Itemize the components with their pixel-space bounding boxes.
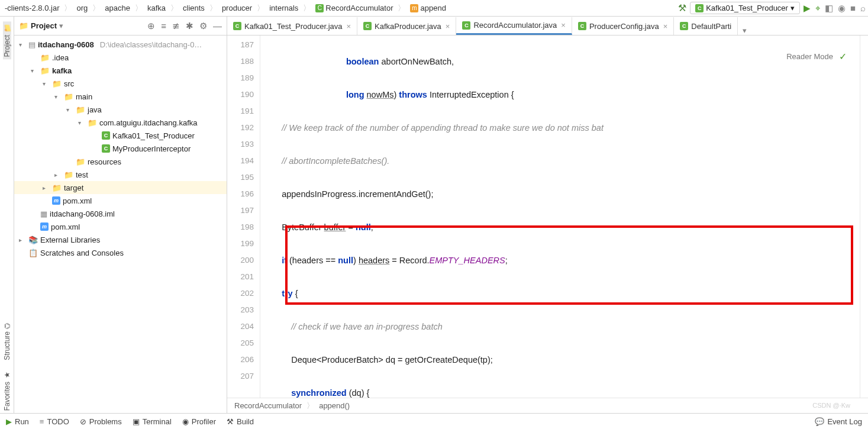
class-icon: C (695, 4, 704, 12)
locate-icon[interactable]: ⊕ (147, 21, 155, 31)
fold-gutter[interactable] (260, 36, 272, 398)
bottom-tool-bar: ▶Run ≡TODO ⊘Problems ▣Terminal ◉Profiler… (0, 413, 868, 429)
breadcrumb-jar[interactable]: -clients-2.8.0.jar (2, 2, 62, 14)
terminal-tool-button[interactable]: ▣Terminal (133, 417, 172, 426)
coverage-icon[interactable]: ◧ (825, 3, 833, 14)
run-config-dropdown[interactable]: C Kafka01_Test_Producer ▾ (690, 2, 800, 14)
breadcrumb-internals[interactable]: internals (267, 2, 301, 14)
close-icon[interactable]: × (561, 21, 566, 30)
breadcrumb-bar: -clients-2.8.0.jar〉 org〉 apache〉 kafka〉 … (0, 0, 868, 17)
profiler-tool-button[interactable]: ◉Profiler (182, 417, 216, 426)
close-icon[interactable]: × (446, 22, 450, 31)
watermark-text: CSDN @·Kw (812, 402, 850, 409)
project-panel: 📁 Project ▾ ⊕ ≡ ≢ ✱ ⚙ — ▾▤itdachang-0608… (14, 17, 227, 413)
error-stripe[interactable] (860, 36, 868, 398)
tree-java[interactable]: ▾📁java (14, 103, 227, 116)
collapse-icon[interactable]: ≢ (172, 21, 180, 31)
tabs-overflow-icon[interactable]: ▾ (738, 26, 751, 35)
project-tool-tab[interactable]: Project📁 (3, 21, 11, 59)
run-icon[interactable]: ▶ (804, 3, 811, 14)
breadcrumb-org[interactable]: org (74, 2, 90, 14)
event-log-button[interactable]: 💬Event Log (815, 417, 862, 426)
find-icon[interactable]: ⌕ (860, 3, 866, 14)
build-hammer-icon[interactable]: ⚒ (678, 2, 686, 14)
check-icon: ✓ (839, 51, 847, 62)
tab-kafka01[interactable]: CKafka01_Test_Producer.java× (227, 17, 357, 35)
line-number-gutter: 1871881891901911921931941951961971981992… (227, 36, 260, 398)
build-tool-button[interactable]: ⚒Build (227, 417, 254, 426)
tree-pom2[interactable]: mpom.xml (14, 220, 227, 233)
left-tool-strip: Project📁 Structure⌬ Favorites★ (0, 17, 14, 413)
tab-kafkaproducer[interactable]: CKafkaProducer.java× (357, 17, 456, 35)
breadcrumb-method[interactable]: mappend (408, 2, 448, 14)
tree-pom1[interactable]: mpom.xml (14, 194, 227, 207)
breadcrumb-kafka[interactable]: kafka (145, 2, 168, 14)
footer-class[interactable]: RecordAccumulator (234, 401, 302, 410)
project-panel-header: 📁 Project ▾ ⊕ ≡ ≢ ✱ ⚙ — (14, 17, 227, 36)
close-icon[interactable]: × (663, 22, 668, 31)
tree-external-libs[interactable]: ▸📚External Libraries (14, 233, 227, 246)
editor-area: CKafka01_Test_Producer.java× CKafkaProdu… (227, 17, 868, 413)
breadcrumb-clients[interactable]: clients (180, 2, 207, 14)
tree-file-interceptor[interactable]: CMyProducerInterceptor (14, 142, 227, 155)
footer-method[interactable]: append() (319, 401, 350, 410)
tab-producerconfig[interactable]: CProducerConfig.java× (572, 17, 674, 35)
project-tree[interactable]: ▾▤itdachang-0608D:\idea\classes\itdachan… (14, 36, 227, 413)
close-icon[interactable]: × (347, 22, 351, 31)
gear-icon[interactable]: ⚙ (199, 21, 207, 31)
tree-file-kafka01[interactable]: CKafka01_Test_Producer (14, 129, 227, 142)
settings-icon[interactable]: ✱ (186, 21, 193, 31)
code-content[interactable]: boolean abortOnNewBatch, long nowMs) thr… (272, 36, 860, 398)
editor-breadcrumb-footer: RecordAccumulator 〉 append() (227, 398, 868, 413)
reader-mode-indicator[interactable]: Reader Mode✓ (783, 50, 850, 63)
breadcrumb-producer[interactable]: producer (220, 2, 254, 14)
tree-target[interactable]: ▸📁target (14, 181, 227, 194)
tree-src[interactable]: ▾📁src (14, 77, 227, 90)
tree-package[interactable]: ▾📁com.atguigu.itdachang.kafka (14, 116, 227, 129)
tree-scratches[interactable]: 📋Scratches and Consoles (14, 246, 227, 259)
structure-tool-tab[interactable]: Structure⌬ (3, 321, 11, 363)
tree-kafka[interactable]: ▾📁kafka (14, 64, 227, 77)
favorites-tool-tab[interactable]: Favorites★ (3, 369, 11, 413)
toolbar-run-icons: ▶ ⌖ ◧ ◉ ■ ⌕ (804, 3, 866, 14)
breadcrumb-class[interactable]: CRecordAccumulator (313, 2, 395, 14)
breadcrumb-apache[interactable]: apache (102, 2, 133, 14)
chevron-down-icon: ▾ (790, 4, 795, 12)
run-config-label: Kafka01_Test_Producer (706, 4, 788, 12)
todo-tool-button[interactable]: ≡TODO (40, 417, 69, 426)
tree-idea[interactable]: 📁.idea (14, 51, 227, 64)
project-panel-title[interactable]: 📁 Project ▾ (19, 21, 63, 30)
tree-resources[interactable]: 📁resources (14, 155, 227, 168)
tree-main[interactable]: ▾📁main (14, 90, 227, 103)
stop-icon[interactable]: ■ (850, 3, 856, 14)
tree-root[interactable]: ▾▤itdachang-0608D:\idea\classes\itdachan… (14, 38, 227, 51)
editor-tabstrip: CKafka01_Test_Producer.java× CKafkaProdu… (227, 17, 868, 36)
debug-icon[interactable]: ⌖ (815, 3, 820, 14)
tree-test[interactable]: ▸📁test (14, 168, 227, 181)
hide-icon[interactable]: — (213, 21, 222, 31)
tree-iml[interactable]: ▦itdachang-0608.iml (14, 207, 227, 220)
expand-icon[interactable]: ≡ (161, 21, 166, 31)
code-editor[interactable]: 1871881891901911921931941951961971981992… (227, 36, 868, 398)
tab-defaultparti[interactable]: CDefaultParti (674, 17, 738, 35)
profile-icon[interactable]: ◉ (838, 3, 846, 14)
problems-tool-button[interactable]: ⊘Problems (80, 417, 122, 426)
tab-recordaccumulator[interactable]: CRecordAccumulator.java× (456, 17, 572, 35)
run-tool-button[interactable]: ▶Run (6, 417, 29, 426)
